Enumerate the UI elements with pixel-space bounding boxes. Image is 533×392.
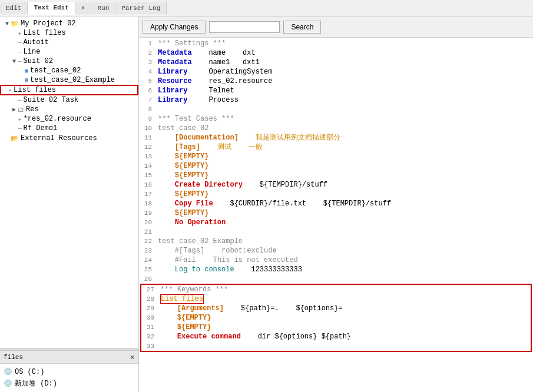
search-input[interactable] — [209, 21, 280, 33]
expand-icon — [11, 97, 18, 104]
testcase-icon: ▣ — [25, 67, 28, 74]
code-line: 20 No Operation — [139, 218, 533, 227]
editor-area[interactable]: 1 *** Settings *** 2 Metadata name dxt 3… — [139, 38, 533, 392]
keyword-section: 27 *** Keywords *** 28 List files 29 [Ar… — [140, 284, 532, 352]
expand-icon — [11, 30, 18, 36]
tree-label: Res — [26, 105, 39, 114]
expand-icon — [11, 125, 18, 132]
file-icon: — — [18, 125, 22, 132]
suite-icon: ✦ — [18, 29, 22, 37]
code-line: 30 ${EMPTY} — [141, 313, 531, 323]
resource-icon: 🗂 — [18, 106, 24, 114]
main-area: ▼ 📁 My Project 02 ✦ List files — Autoit … — [0, 16, 533, 392]
code-line: 26 — [139, 274, 533, 284]
code-line: 3 Metadata name1 dxt1 — [139, 58, 533, 67]
files-list: 💿 OS (C:) 💿 新加卷 (D:) — [0, 364, 138, 392]
tree-item-external-resources[interactable]: 📂 External Resources — [0, 133, 138, 144]
testcase-icon: ▣ — [25, 77, 28, 84]
tree-item-testcase02[interactable]: ▣ test_case_02 — [0, 66, 138, 75]
expand-icon[interactable]: ▼ — [11, 58, 18, 65]
expand-icon — [18, 77, 25, 84]
project-tree[interactable]: ▼ 📁 My Project 02 ✦ List files — Autoit … — [0, 16, 138, 348]
code-line: 11 [Documentation] 我是测试用例文档描述部分 — [139, 133, 533, 142]
code-line: 23 #[Tags] robot:exclude — [139, 246, 533, 255]
left-panel: ▼ 📁 My Project 02 ✦ List files — Autoit … — [0, 16, 139, 392]
tree-label: My Project 02 — [21, 19, 76, 28]
tree-item-suite02task[interactable]: — Suite 02 Task — [0, 95, 138, 105]
expand-icon — [11, 116, 18, 122]
code-line: 13 ${EMPTY} — [139, 152, 533, 161]
search-button[interactable]: Search — [283, 21, 321, 34]
code-line: 6 Library Telnet — [139, 86, 533, 95]
files-panel: files ✕ 💿 OS (C:) 💿 新加卷 (D:) — [0, 350, 138, 392]
file-icon: — — [18, 48, 22, 55]
code-line: 28 List files — [141, 294, 531, 304]
code-line: 7 Library Process — [139, 95, 533, 105]
file-icon: — — [18, 97, 22, 104]
disk-icon: 💿 — [4, 379, 12, 388]
editor-toolbar: Apply Changes Search — [139, 16, 533, 38]
expand-icon — [11, 39, 18, 46]
tree-label: test_case_02 — [30, 67, 81, 75]
tree-item-line[interactable]: — Line — [0, 47, 138, 57]
code-line: 5 Resource res_02.resource — [139, 77, 533, 86]
code-line: 25 Log to console 123333333333 — [139, 265, 533, 274]
code-line: 4 Library OperatingSystem — [139, 67, 533, 77]
resource-star-icon: ✦ — [18, 115, 22, 123]
code-line: 31 ${EMPTY} — [141, 323, 531, 332]
code-line: 12 [Tags] 测试 一般 — [139, 142, 533, 152]
file-icon: — — [18, 39, 22, 46]
tree-item-listfiles-top[interactable]: ✦ List files — [0, 28, 138, 38]
code-line: 19 ${EMPTY} — [139, 208, 533, 218]
expand-icon[interactable]: ▼ — [4, 21, 11, 27]
apply-changes-button[interactable]: Apply Changes — [143, 21, 206, 34]
tree-item-rfdemo1[interactable]: — Rf Demo1 — [0, 124, 138, 133]
tree-label: List files — [14, 86, 56, 94]
code-line: 29 [Arguments] ${path}=. ${options}= — [141, 304, 531, 313]
tree-item-listfiles-highlighted[interactable]: ✦ List files — [0, 85, 138, 95]
files-item-label: 新加卷 (D:) — [15, 378, 57, 388]
code-line: 22 test_case_02_Example — [139, 237, 533, 246]
tree-item-res[interactable]: ▶ 🗂 Res — [0, 105, 138, 114]
folder-icon: 📁 — [11, 20, 19, 28]
tab-parser-log[interactable]: Parser Log — [115, 2, 167, 14]
tree-label: List files — [24, 29, 66, 37]
code-line: 14 ${EMPTY} — [139, 161, 533, 171]
tab-text-edit[interactable]: Text Edit — [28, 2, 75, 15]
expand-icon — [4, 135, 11, 142]
expand-icon — [1, 87, 8, 94]
folder-icon: — — [18, 58, 22, 65]
tree-label: Line — [24, 48, 41, 56]
tree-label: *res_02.resource — [24, 115, 91, 123]
tab-bar: Edit Text Edit × Run Parser Log — [0, 0, 533, 16]
code-line: 10 test_case_02 — [139, 124, 533, 133]
files-header: files ✕ — [0, 351, 138, 364]
code-line: 24 #Fail This is not executed — [139, 255, 533, 265]
tree-item-autoit[interactable]: — Autoit — [0, 38, 138, 47]
tree-item-suit02[interactable]: ▼ — Suit 02 — [0, 57, 138, 66]
expand-icon — [18, 68, 25, 74]
tree-label: Autoit — [24, 38, 49, 46]
code-line: 32 Execute command dir ${options} ${path… — [141, 332, 531, 341]
files-close-button[interactable]: ✕ — [130, 352, 135, 362]
disk-icon: 💿 — [4, 367, 12, 376]
tab-close[interactable]: × — [75, 2, 92, 14]
code-line: 33 — [141, 341, 531, 351]
tab-run[interactable]: Run — [91, 2, 115, 14]
suite-icon: ✦ — [8, 87, 12, 94]
tree-item-testcase02example[interactable]: ▣ test_case_02_Example — [0, 75, 138, 85]
tree-item-res02resource[interactable]: ✦ *res_02.resource — [0, 114, 138, 124]
tree-label: External Resources — [21, 134, 97, 142]
tab-edit[interactable]: Edit — [0, 2, 28, 14]
files-item-label: OS (C:) — [15, 368, 44, 376]
code-line: 17 ${EMPTY} — [139, 190, 533, 199]
files-item-d[interactable]: 💿 新加卷 (D:) — [4, 377, 135, 390]
files-item-c[interactable]: 💿 OS (C:) — [4, 366, 135, 377]
code-line: 9 *** Test Cases *** — [139, 114, 533, 124]
expand-icon — [11, 49, 18, 55]
code-line: 18 Copy File ${CURDIR}/file.txt ${TEMPDI… — [139, 199, 533, 208]
tree-item-myproject[interactable]: ▼ 📁 My Project 02 — [0, 19, 138, 28]
code-line: 2 Metadata name dxt — [139, 48, 533, 58]
files-title: files — [4, 354, 23, 361]
expand-icon[interactable]: ▶ — [11, 106, 18, 113]
